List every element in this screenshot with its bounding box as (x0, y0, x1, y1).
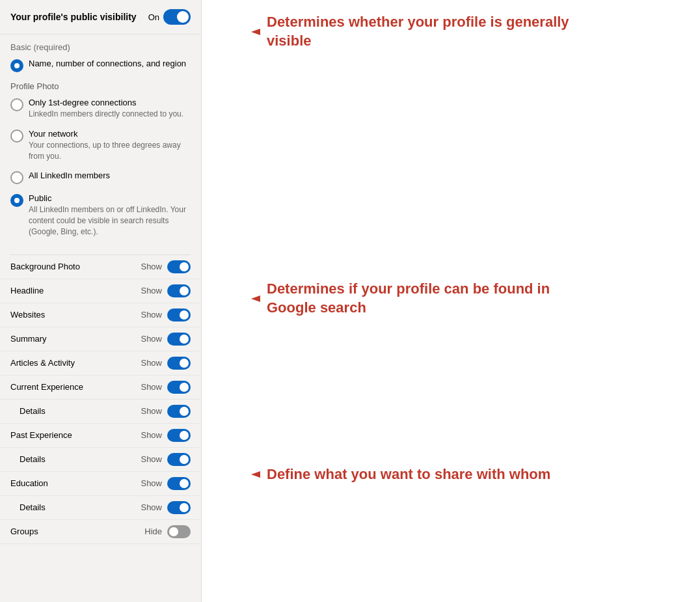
radio-option-all-linkedin[interactable]: All LinkedIn members (10, 171, 191, 184)
toggle-row-label-5: Current Experience (10, 382, 83, 392)
profile-toggle-label: On (148, 12, 159, 22)
radio-name-label: Name, number of connections, and region (29, 59, 191, 68)
toggle-rows: Background PhotoShowHeadlineShowWebsites… (0, 255, 201, 544)
main-layout: Your profile's public visibility On Basi… (0, 0, 700, 602)
toggle-row-label-4: Articles & Activity (10, 358, 75, 368)
small-toggle-3[interactable] (167, 333, 191, 346)
left-panel: Your profile's public visibility On Basi… (0, 0, 202, 602)
radio-option-first-degree[interactable]: Only 1st-degree connections LinkedIn mem… (10, 98, 191, 120)
toggle-row-3: SummaryShow (0, 327, 201, 351)
toggle-row-label-3: Summary (10, 334, 47, 344)
small-toggle-5[interactable] (167, 381, 191, 394)
toggle-row-9: EducationShow (0, 472, 201, 496)
radio-option-public[interactable]: Public All LinkedIn members on or off Li… (10, 193, 191, 237)
profile-visibility-header: Your profile's public visibility On (0, 0, 201, 34)
radio-public-sub: All LinkedIn members on or off LinkedIn.… (29, 204, 191, 237)
toggle-row-label-1: Headline (10, 286, 44, 295)
annotation-text-1: Determines whether your profile is gener… (267, 13, 592, 50)
toggle-show-hide-7: Show (141, 430, 162, 440)
toggle-row-7: Past ExperienceShow (0, 424, 201, 448)
toggle-show-hide-5: Show (141, 382, 162, 392)
toggle-row-5: Current ExperienceShow (0, 376, 201, 400)
arrow-1 (221, 29, 260, 35)
toggle-row-8: DetailsShow (0, 448, 201, 472)
toggle-row-label-0: Background Photo (10, 262, 80, 271)
radio-network-sub: Your connections, up to three degrees aw… (29, 140, 191, 162)
radio-network-label: Your network (29, 129, 191, 139)
profile-visibility-toggle[interactable] (163, 9, 191, 25)
right-panel: Determines whether your profile is gener… (202, 0, 700, 602)
toggle-show-hide-0: Show (141, 262, 162, 271)
toggle-show-hide-2: Show (141, 310, 162, 320)
radio-network-circle[interactable] (10, 130, 23, 143)
toggle-show-hide-1: Show (141, 286, 162, 295)
toggle-show-hide-11: Hide (144, 527, 162, 536)
annotation-2: Determines if your profile can be found … (221, 280, 592, 317)
basic-section: Basic (required) Name, number of connect… (0, 34, 201, 254)
radio-first-degree-circle[interactable] (10, 98, 23, 111)
toggle-row-1: HeadlineShow (0, 279, 201, 303)
toggle-row-4: Articles & ActivityShow (0, 351, 201, 376)
arrow-2 (221, 295, 260, 302)
toggle-row-2: WebsitesShow (0, 303, 201, 327)
toggle-show-hide-6: Show (141, 406, 162, 416)
toggle-row-label-6: Details (20, 406, 46, 416)
profile-toggle-wrapper[interactable]: On (148, 9, 191, 25)
toggle-row-label-8: Details (20, 454, 46, 464)
radio-public-label: Public (29, 193, 191, 203)
small-toggle-11[interactable] (167, 525, 191, 538)
small-toggle-8[interactable] (167, 453, 191, 466)
radio-all-linkedin-circle[interactable] (10, 171, 23, 184)
toggle-show-hide-3: Show (141, 334, 162, 344)
annotation-text-3: Define what you want to share with whom (267, 465, 550, 484)
toggle-show-hide-10: Show (141, 502, 162, 512)
toggle-row-0: Background PhotoShow (0, 255, 201, 279)
toggle-row-label-7: Past Experience (10, 430, 72, 440)
annotation-text-2: Determines if your profile can be found … (267, 280, 592, 317)
arrow-3 (221, 471, 260, 478)
toggle-row-11: GroupsHide (0, 520, 201, 544)
small-toggle-7[interactable] (167, 429, 191, 442)
annotation-1: Determines whether your profile is gener… (221, 13, 592, 50)
toggle-show-hide-9: Show (141, 478, 162, 488)
radio-option-network[interactable]: Your network Your connections, up to thr… (10, 129, 191, 162)
toggle-row-10: DetailsShow (0, 496, 201, 520)
small-toggle-0[interactable] (167, 260, 191, 273)
radio-public-circle[interactable] (10, 194, 23, 207)
small-toggle-4[interactable] (167, 357, 191, 370)
small-toggle-6[interactable] (167, 405, 191, 418)
radio-first-degree-label: Only 1st-degree connections (29, 98, 191, 107)
radio-option-name[interactable]: Name, number of connections, and region (10, 59, 191, 72)
toggle-show-hide-4: Show (141, 358, 162, 368)
radio-name-circle[interactable] (10, 59, 23, 72)
small-toggle-9[interactable] (167, 477, 191, 490)
toggle-row-label-2: Websites (10, 310, 45, 320)
small-toggle-10[interactable] (167, 501, 191, 514)
annotation-3: Define what you want to share with whom (221, 465, 550, 484)
radio-all-linkedin-label: All LinkedIn members (29, 171, 191, 180)
toggle-row-label-9: Education (10, 478, 48, 488)
basic-required-label: Basic (required) (10, 42, 191, 52)
toggle-row-label-10: Details (20, 502, 46, 512)
profile-photo-label: Profile Photo (10, 81, 191, 91)
small-toggle-2[interactable] (167, 308, 191, 322)
profile-visibility-title: Your profile's public visibility (10, 11, 137, 23)
toggle-row-6: DetailsShow (0, 400, 201, 424)
small-toggle-1[interactable] (167, 284, 191, 297)
toggle-row-label-11: Groups (10, 527, 38, 536)
toggle-show-hide-8: Show (141, 454, 162, 464)
radio-first-degree-sub: LinkedIn members directly connected to y… (29, 109, 191, 120)
